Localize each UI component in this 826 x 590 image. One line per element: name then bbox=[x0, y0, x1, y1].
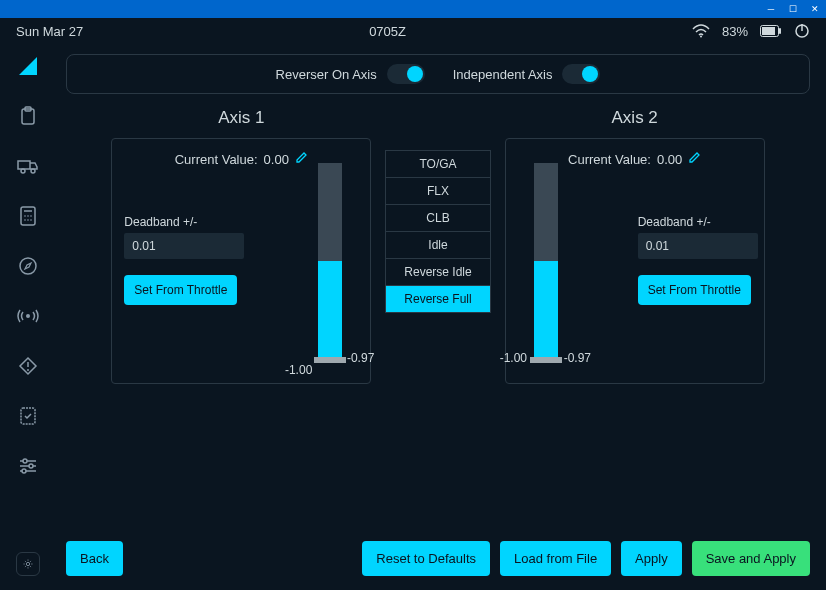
battery-percent: 83% bbox=[722, 24, 748, 39]
maximize-button[interactable]: ☐ bbox=[786, 4, 800, 14]
truck-icon[interactable] bbox=[16, 154, 40, 178]
svg-point-14 bbox=[27, 215, 29, 217]
detent-reverse-idle[interactable]: Reverse Idle bbox=[385, 259, 490, 286]
detent-toga[interactable]: TO/GA bbox=[385, 150, 490, 178]
detent-reverse-full[interactable]: Reverse Full bbox=[385, 286, 490, 313]
calculator-icon[interactable] bbox=[16, 204, 40, 228]
window-titlebar: ─ ☐ ✕ bbox=[0, 0, 826, 18]
axis2-current-value: 0.00 bbox=[657, 152, 682, 167]
power-icon[interactable] bbox=[794, 23, 810, 39]
axis2-bar bbox=[534, 163, 558, 363]
compass-icon[interactable] bbox=[16, 254, 40, 278]
axis1-bar bbox=[318, 163, 342, 363]
save-apply-button[interactable]: Save and Apply bbox=[692, 541, 810, 576]
independent-label: Independent Axis bbox=[453, 67, 553, 82]
footer: Back Reset to Defaults Load from File Ap… bbox=[66, 541, 810, 576]
status-date: Sun Mar 27 bbox=[16, 24, 83, 39]
checklist-icon[interactable] bbox=[16, 404, 40, 428]
gear-icon[interactable] bbox=[16, 552, 40, 576]
toggle-bar: Reverser On Axis Independent Axis bbox=[66, 54, 810, 94]
svg-rect-2 bbox=[762, 27, 775, 35]
svg-rect-8 bbox=[18, 161, 30, 169]
svg-point-30 bbox=[26, 562, 29, 565]
axis2-title: Axis 2 bbox=[612, 108, 658, 128]
svg-point-18 bbox=[30, 219, 32, 221]
svg-point-29 bbox=[22, 469, 26, 473]
warning-icon[interactable] bbox=[16, 354, 40, 378]
axis1-panel: Current Value: 0.00 Deadband +/- Set Fro… bbox=[111, 138, 371, 384]
axis2-val-right: -0.97 bbox=[564, 351, 591, 365]
svg-point-28 bbox=[29, 464, 33, 468]
svg-point-20 bbox=[26, 314, 30, 318]
svg-point-0 bbox=[700, 36, 702, 38]
svg-point-13 bbox=[24, 215, 26, 217]
svg-rect-3 bbox=[779, 28, 781, 34]
status-zulu: 0705Z bbox=[83, 24, 692, 39]
apply-button[interactable]: Apply bbox=[621, 541, 682, 576]
detent-list: TO/GA FLX CLB Idle Reverse Idle Reverse … bbox=[385, 150, 490, 527]
svg-point-19 bbox=[20, 258, 36, 274]
axis1-val-right: -0.97 bbox=[347, 351, 374, 365]
detent-idle[interactable]: Idle bbox=[385, 232, 490, 259]
svg-point-15 bbox=[30, 215, 32, 217]
axis2-set-throttle-button[interactable]: Set From Throttle bbox=[638, 275, 751, 305]
battery-icon bbox=[760, 25, 782, 37]
clipboard-icon[interactable] bbox=[16, 104, 40, 128]
axis2-panel: Current Value: 0.00 Deadband +/- Set Fro… bbox=[505, 138, 765, 384]
reverser-label: Reverser On Axis bbox=[276, 67, 377, 82]
broadcast-icon[interactable] bbox=[16, 304, 40, 328]
axis2-val-left: -1.00 bbox=[500, 351, 527, 365]
axis1-title: Axis 1 bbox=[218, 108, 264, 128]
back-button[interactable]: Back bbox=[66, 541, 123, 576]
axis2-current-label: Current Value: bbox=[568, 152, 651, 167]
independent-toggle[interactable] bbox=[562, 64, 600, 84]
pencil-icon[interactable] bbox=[295, 151, 308, 167]
load-button[interactable]: Load from File bbox=[500, 541, 611, 576]
detent-flx[interactable]: FLX bbox=[385, 178, 490, 205]
axis1-current-value: 0.00 bbox=[264, 152, 289, 167]
axis1-deadband-input[interactable] bbox=[124, 233, 244, 259]
axis1-current-label: Current Value: bbox=[175, 152, 258, 167]
svg-point-10 bbox=[31, 169, 35, 173]
reset-button[interactable]: Reset to Defaults bbox=[362, 541, 490, 576]
axis1-val-left: -1.00 bbox=[285, 363, 312, 377]
svg-point-16 bbox=[24, 219, 26, 221]
pencil-icon[interactable] bbox=[688, 151, 701, 167]
logo-icon[interactable] bbox=[16, 54, 40, 78]
reverser-toggle[interactable] bbox=[387, 64, 425, 84]
svg-point-17 bbox=[27, 219, 29, 221]
svg-point-9 bbox=[21, 169, 25, 173]
sliders-icon[interactable] bbox=[16, 454, 40, 478]
minimize-button[interactable]: ─ bbox=[764, 4, 778, 14]
svg-point-22 bbox=[27, 369, 29, 371]
close-button[interactable]: ✕ bbox=[808, 4, 822, 14]
svg-point-27 bbox=[23, 459, 27, 463]
axis2-deadband-label: Deadband +/- bbox=[638, 215, 752, 229]
wifi-icon bbox=[692, 24, 710, 38]
axis1-set-throttle-button[interactable]: Set From Throttle bbox=[124, 275, 237, 305]
sidebar bbox=[0, 44, 56, 590]
status-bar: Sun Mar 27 0705Z 83% bbox=[0, 18, 826, 44]
axis2-deadband-input[interactable] bbox=[638, 233, 758, 259]
detent-clb[interactable]: CLB bbox=[385, 205, 490, 232]
